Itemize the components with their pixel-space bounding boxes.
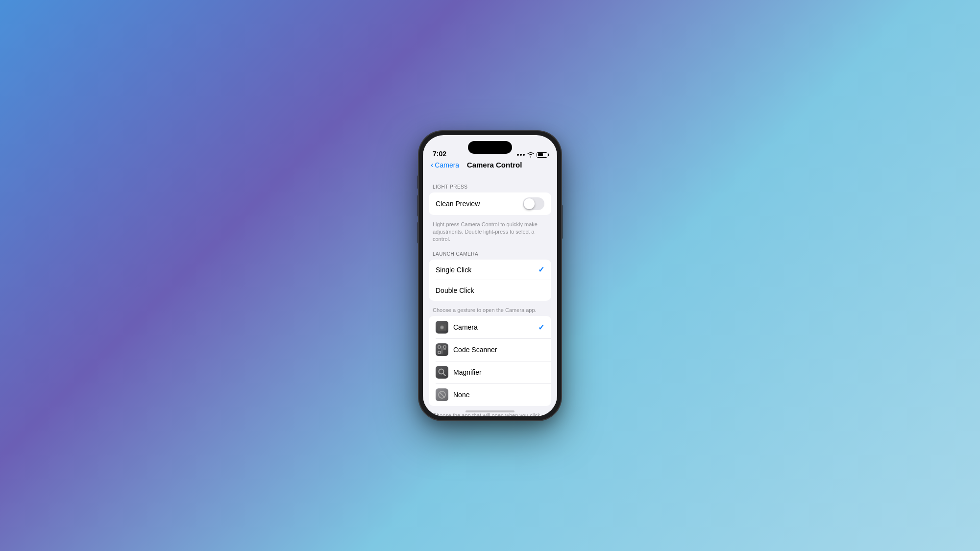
launch-camera-footer: Choose a gesture to open the Camera app. [423,303,557,316]
camera-app-row[interactable]: Camera ✓ [429,316,551,338]
power-button [561,205,563,239]
magnifier-label: Magnifier [453,368,544,376]
svg-rect-6 [438,351,441,354]
single-click-checkmark: ✓ [538,265,544,274]
back-button[interactable]: ‹ Camera [431,161,459,169]
signal-icon [517,154,525,156]
camera-app-label: Camera [453,323,538,331]
launch-camera-group: Single Click ✓ Double Click [429,260,551,301]
clean-preview-label: Clean Preview [436,200,523,208]
magnifier-row[interactable]: Magnifier [429,361,551,383]
svg-line-12 [440,392,444,397]
code-scanner-label: Code Scanner [453,346,544,354]
svg-line-10 [443,374,446,376]
clean-preview-toggle[interactable] [523,197,544,210]
toggle-thumb [524,198,535,209]
double-click-row[interactable]: Double Click [429,280,551,301]
back-chevron-icon: ‹ [431,161,433,169]
light-press-footer: Light-press Camera Control to quickly ma… [423,217,557,245]
light-press-section-label: LIGHT PRESS [423,184,557,192]
svg-rect-4 [438,346,441,348]
wifi-icon [527,152,534,158]
launch-camera-section-label: LAUNCH CAMERA [423,251,557,260]
back-label: Camera [435,161,459,169]
phone-screen: 7:02 ‹ Camera [423,135,557,416]
home-indicator [466,410,514,412]
phone-device: 7:02 ‹ Camera [419,131,561,420]
camera-app-icon [436,321,448,334]
none-label: None [453,391,544,399]
none-app-icon [436,388,448,401]
code-scanner-icon [436,343,448,356]
camera-app-checkmark: ✓ [538,323,544,332]
svg-rect-5 [443,346,446,348]
scroll-content[interactable]: LIGHT PRESS Clean Preview Light-press Ca… [423,174,557,416]
single-click-label: Single Click [436,266,538,274]
none-row[interactable]: None [429,383,551,406]
page-title: Camera Control [459,161,530,169]
code-scanner-row[interactable]: Code Scanner [429,338,551,361]
single-click-row[interactable]: Single Click ✓ [429,260,551,280]
svg-rect-3 [440,324,442,325]
navigation-bar: ‹ Camera Camera Control [423,161,557,174]
double-click-label: Double Click [436,287,544,294]
battery-icon [537,152,547,158]
status-icons [517,152,547,158]
light-press-group: Clean Preview [429,192,551,215]
svg-point-2 [441,326,443,329]
clean-preview-row[interactable]: Clean Preview [429,192,551,215]
app-selection-group: Camera ✓ Code Scanner [429,316,551,406]
dynamic-island [468,141,512,154]
magnifier-app-icon [436,366,448,379]
